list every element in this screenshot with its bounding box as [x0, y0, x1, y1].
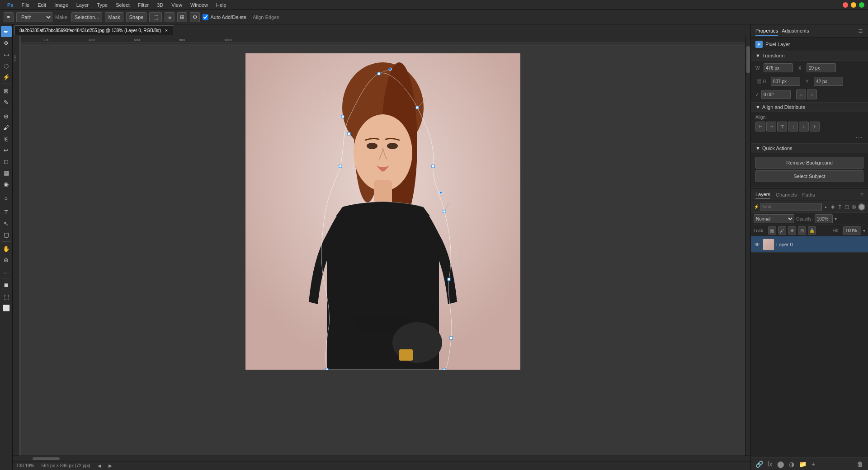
- menu-ps[interactable]: Ps: [4, 1, 17, 9]
- path-selection-button[interactable]: ↖: [1, 218, 12, 229]
- layers-search-input[interactable]: [760, 203, 822, 211]
- mask-button[interactable]: Mask: [105, 12, 123, 22]
- canvas-vertical-scrollbar[interactable]: [745, 36, 750, 456]
- y-input[interactable]: [814, 77, 843, 86]
- lock-artboard-button[interactable]: ⊞: [798, 226, 806, 235]
- lock-position-button[interactable]: ✥: [788, 226, 796, 235]
- hand-tool-button[interactable]: ✋: [1, 243, 12, 254]
- lock-image-button[interactable]: 🖌: [778, 226, 786, 235]
- filter-toggle-btn[interactable]: [858, 203, 865, 211]
- align-bottom-button[interactable]: ⊦: [810, 122, 820, 132]
- window-close-button[interactable]: [843, 2, 848, 8]
- opacity-input[interactable]: [815, 214, 833, 223]
- properties-more-button[interactable]: ≡: [859, 27, 863, 35]
- select-subject-button[interactable]: Select Subject: [755, 170, 863, 182]
- filter-smartobj-btn[interactable]: ◎: [851, 202, 857, 212]
- selection-button[interactable]: Selection...: [71, 12, 102, 22]
- more-tools-button[interactable]: …: [1, 266, 12, 277]
- foreground-color-button[interactable]: ■: [1, 280, 12, 291]
- nav-next-icon[interactable]: ▶: [108, 463, 112, 468]
- layers-panel-expand[interactable]: ≡: [860, 192, 863, 198]
- x-input[interactable]: [807, 63, 836, 72]
- menu-filter[interactable]: Filter: [134, 1, 152, 9]
- layer-visibility-button[interactable]: 👁: [754, 241, 761, 248]
- lasso-tool-button[interactable]: ◌: [1, 60, 12, 71]
- shape-button[interactable]: Shape: [126, 12, 147, 22]
- path-arrange-icon[interactable]: ⊞: [177, 12, 187, 22]
- eraser-tool-button[interactable]: ◻: [1, 156, 12, 167]
- settings-icon[interactable]: ⚙: [190, 12, 200, 22]
- align-section-header[interactable]: ▼ Align and Distribute: [751, 103, 868, 112]
- new-layer-button[interactable]: +: [809, 460, 818, 469]
- history-brush-button[interactable]: ↩: [1, 145, 12, 155]
- menu-type[interactable]: Type: [93, 1, 111, 9]
- window-minimize-button[interactable]: [851, 2, 856, 8]
- path-ops-icon[interactable]: ⬚: [149, 12, 162, 22]
- filter-pixel-btn[interactable]: ▪: [823, 202, 829, 212]
- canvas-horizontal-scrollbar[interactable]: [13, 456, 750, 461]
- menu-3d[interactable]: 3D: [153, 1, 167, 9]
- flip-v-button[interactable]: ↕: [807, 89, 817, 99]
- window-maximize-button[interactable]: [859, 2, 864, 8]
- canvas-scroll-content[interactable]: 200 400 600 800 1000 200: [13, 36, 745, 456]
- lock-transparent-button[interactable]: ▦: [768, 226, 776, 235]
- canvas-viewport[interactable]: [21, 44, 745, 456]
- height-input[interactable]: [771, 77, 800, 86]
- menu-select[interactable]: Select: [112, 1, 133, 9]
- tab-properties[interactable]: Properties: [755, 26, 778, 36]
- filter-shape-btn[interactable]: ▢: [844, 202, 850, 212]
- align-center-v-button[interactable]: ↕: [799, 122, 809, 132]
- document-tab[interactable]: 8a2b6385af57bbc85690fed48431d255.jpg @ 1…: [14, 25, 174, 35]
- brush-tool-button[interactable]: 🖌: [1, 122, 12, 133]
- menu-file[interactable]: File: [18, 1, 33, 9]
- tab-adjustments[interactable]: Adjustments: [782, 26, 809, 36]
- screen-mode-button[interactable]: ⬜: [1, 302, 12, 313]
- layer-mask-button[interactable]: ⬤: [776, 460, 785, 469]
- menu-view[interactable]: View: [168, 1, 186, 9]
- new-group-button[interactable]: 📁: [798, 460, 807, 469]
- tab-paths[interactable]: Paths: [802, 191, 815, 198]
- align-left-button[interactable]: ⊢: [755, 122, 765, 132]
- rotation-input[interactable]: [761, 90, 791, 99]
- filter-adj-btn[interactable]: ◈: [830, 202, 836, 212]
- filter-type-btn[interactable]: T: [837, 202, 843, 212]
- path-align-icon[interactable]: ≡: [165, 12, 175, 22]
- align-center-h-button[interactable]: ⊣: [766, 122, 776, 132]
- delete-layer-button[interactable]: 🗑: [855, 460, 864, 469]
- zoom-tool-button[interactable]: ⊕: [1, 254, 12, 265]
- transform-section-header[interactable]: ▼ Transform: [751, 51, 868, 61]
- tab-close-button[interactable]: ×: [164, 28, 169, 33]
- link-icon[interactable]: ⛓: [755, 74, 763, 89]
- layer-effects-button[interactable]: fx: [765, 460, 774, 469]
- pen-tool-button[interactable]: ✒: [1, 26, 12, 37]
- align-top-button[interactable]: ⊥: [788, 122, 798, 132]
- marquee-tool-button[interactable]: ▭: [1, 49, 12, 60]
- menu-help[interactable]: Help: [212, 1, 230, 9]
- quick-actions-header[interactable]: ▼ Quick Actions: [751, 144, 868, 153]
- menu-layer[interactable]: Layer: [73, 1, 93, 9]
- stamp-tool-button[interactable]: ⎗: [1, 133, 12, 144]
- remove-background-button[interactable]: Remove Background: [755, 157, 863, 169]
- eyedropper-tool-button[interactable]: ✎: [1, 97, 12, 108]
- path-mode-select[interactable]: Path Shape Pixels: [16, 12, 52, 22]
- type-tool-button[interactable]: T: [1, 207, 12, 217]
- align-more-button[interactable]: ···: [755, 133, 863, 141]
- menu-edit[interactable]: Edit: [34, 1, 50, 9]
- layer-item[interactable]: 👁 Layer 0: [751, 236, 868, 253]
- new-adjustment-layer-button[interactable]: ◑: [787, 460, 796, 469]
- dodge-tool-button[interactable]: ○: [1, 193, 12, 203]
- align-right-button[interactable]: ⊤: [777, 122, 787, 132]
- blend-mode-select[interactable]: Normal: [754, 214, 794, 223]
- tab-layers[interactable]: Layers: [755, 191, 770, 198]
- fill-input[interactable]: [843, 226, 861, 235]
- shape-tool-button[interactable]: ▢: [1, 229, 12, 240]
- menu-window[interactable]: Window: [187, 1, 212, 9]
- lock-all-button[interactable]: 🔒: [808, 226, 816, 235]
- flip-h-button[interactable]: ↔: [796, 89, 806, 99]
- move-tool-button[interactable]: ✥: [1, 38, 12, 48]
- magic-wand-tool-button[interactable]: ⚡: [1, 71, 12, 82]
- menu-image[interactable]: Image: [51, 1, 72, 9]
- auto-add-delete-checkbox[interactable]: [203, 12, 208, 22]
- crop-tool-button[interactable]: ⊠: [1, 85, 12, 96]
- nav-prev-icon[interactable]: ◀: [98, 463, 101, 468]
